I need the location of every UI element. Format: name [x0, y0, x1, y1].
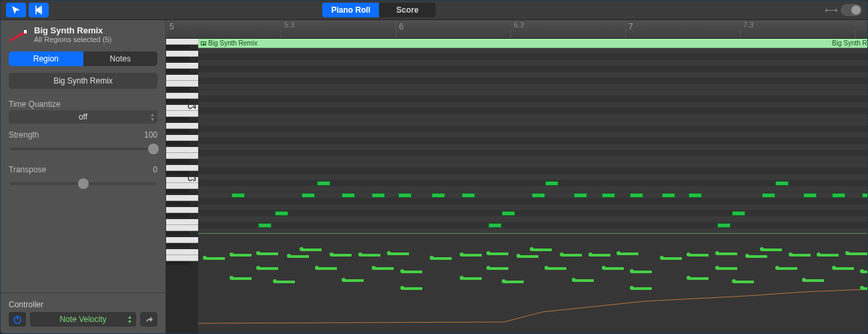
midi-note[interactable] — [732, 211, 745, 216]
velocity-event[interactable] — [562, 254, 582, 257]
velocity-event[interactable] — [360, 254, 380, 257]
timeline-ruler[interactable]: 5675.36.37.3 — [166, 20, 867, 39]
velocity-event[interactable] — [618, 253, 638, 255]
white-key[interactable] — [166, 39, 198, 45]
tab-piano-roll[interactable]: Piano Roll — [322, 3, 379, 17]
black-key[interactable] — [166, 69, 189, 73]
white-key[interactable] — [166, 237, 198, 243]
midi-note[interactable] — [317, 181, 330, 186]
black-key[interactable] — [166, 261, 189, 265]
velocity-event[interactable] — [804, 279, 824, 282]
midi-note[interactable] — [532, 193, 545, 198]
velocity-event[interactable] — [574, 279, 594, 282]
midi-note[interactable] — [717, 223, 731, 228]
midi-note[interactable] — [302, 193, 315, 198]
midi-note[interactable] — [398, 193, 412, 198]
midi-region[interactable]: Big Synth R — [829, 39, 867, 48]
white-key[interactable] — [166, 249, 198, 255]
velocity-event[interactable] — [546, 267, 566, 270]
midi-note[interactable] — [630, 193, 643, 198]
velocity-event[interactable] — [689, 254, 709, 257]
white-key[interactable] — [166, 183, 198, 189]
white-key[interactable] — [166, 75, 198, 81]
midi-note[interactable] — [372, 193, 385, 198]
piano-roll-grid[interactable]: Big Synth RemixBig Synth R — [198, 39, 867, 333]
velocity-event[interactable] — [532, 248, 552, 251]
velocity-event[interactable] — [317, 267, 337, 270]
velocity-event[interactable] — [734, 281, 754, 283]
velocity-event[interactable] — [389, 253, 409, 255]
velocity-event[interactable] — [632, 271, 652, 273]
tab-region[interactable]: Region — [9, 51, 83, 66]
velocity-event[interactable] — [689, 277, 709, 280]
white-key[interactable] — [166, 111, 198, 117]
black-key[interactable] — [166, 45, 189, 49]
midi-note[interactable] — [258, 223, 272, 228]
velocity-event[interactable] — [590, 254, 610, 257]
region-name-field[interactable]: Big Synth Remix — [9, 73, 157, 89]
velocity-event[interactable] — [258, 253, 278, 255]
midi-note[interactable] — [502, 211, 515, 216]
tab-notes[interactable]: Notes — [83, 51, 158, 66]
midi-note[interactable] — [862, 193, 867, 198]
black-key[interactable] — [166, 57, 189, 61]
white-key[interactable] — [166, 81, 198, 87]
white-key[interactable] — [166, 63, 198, 69]
white-key[interactable] — [166, 207, 198, 213]
controller-share-button[interactable] — [140, 312, 157, 327]
white-key[interactable] — [166, 255, 198, 261]
velocity-event[interactable] — [488, 267, 508, 270]
white-key[interactable] — [166, 123, 198, 129]
piano-keyboard[interactable]: C4C3 — [166, 39, 198, 333]
black-key[interactable] — [166, 201, 189, 205]
velocity-event[interactable] — [462, 277, 482, 280]
velocity-event[interactable] — [302, 248, 322, 251]
velocity-event[interactable] — [289, 255, 309, 258]
midi-note[interactable] — [689, 193, 702, 198]
black-key[interactable] — [166, 213, 189, 217]
velocity-event[interactable] — [791, 254, 811, 257]
midi-note[interactable] — [662, 193, 675, 198]
velocity-event[interactable] — [632, 287, 652, 290]
auto-zoom-toggle[interactable] — [841, 4, 862, 16]
velocity-event[interactable] — [258, 267, 278, 270]
velocity-event[interactable] — [344, 279, 364, 282]
velocity-event[interactable] — [504, 281, 524, 283]
midi-region[interactable]: Big Synth Remix — [198, 39, 829, 48]
velocity-event[interactable] — [232, 277, 252, 280]
midi-note[interactable] — [574, 193, 587, 198]
midi-note[interactable] — [232, 193, 245, 198]
velocity-event[interactable] — [862, 271, 867, 273]
velocity-event[interactable] — [747, 255, 767, 258]
velocity-event[interactable] — [275, 281, 295, 283]
white-key[interactable] — [166, 153, 198, 159]
velocity-event[interactable] — [332, 254, 352, 257]
midi-note[interactable] — [462, 193, 475, 198]
black-key[interactable] — [166, 189, 189, 193]
velocity-event[interactable] — [232, 254, 252, 257]
black-key[interactable] — [166, 87, 189, 91]
black-key[interactable] — [166, 129, 189, 133]
white-key[interactable] — [166, 147, 198, 153]
velocity-event[interactable] — [847, 253, 867, 255]
midi-note[interactable] — [775, 181, 789, 186]
midi-note[interactable] — [832, 193, 845, 198]
black-key[interactable] — [166, 243, 189, 247]
velocity-event[interactable] — [717, 253, 737, 255]
black-key[interactable] — [166, 99, 189, 103]
midi-note[interactable] — [762, 193, 775, 198]
velocity-event[interactable] — [374, 267, 394, 270]
strength-slider[interactable] — [10, 148, 156, 150]
white-key[interactable] — [166, 225, 198, 231]
velocity-event[interactable] — [402, 271, 422, 273]
pointer-tool-button[interactable] — [6, 3, 26, 17]
velocity-event[interactable] — [604, 267, 624, 270]
white-key[interactable] — [166, 93, 198, 99]
catch-playhead-button[interactable] — [29, 3, 49, 17]
transpose-slider[interactable] — [10, 182, 156, 185]
velocity-event[interactable] — [762, 248, 782, 251]
velocity-event[interactable] — [432, 257, 452, 260]
velocity-event[interactable] — [717, 267, 737, 270]
tab-score[interactable]: Score — [379, 3, 436, 17]
midi-note[interactable] — [545, 181, 558, 186]
